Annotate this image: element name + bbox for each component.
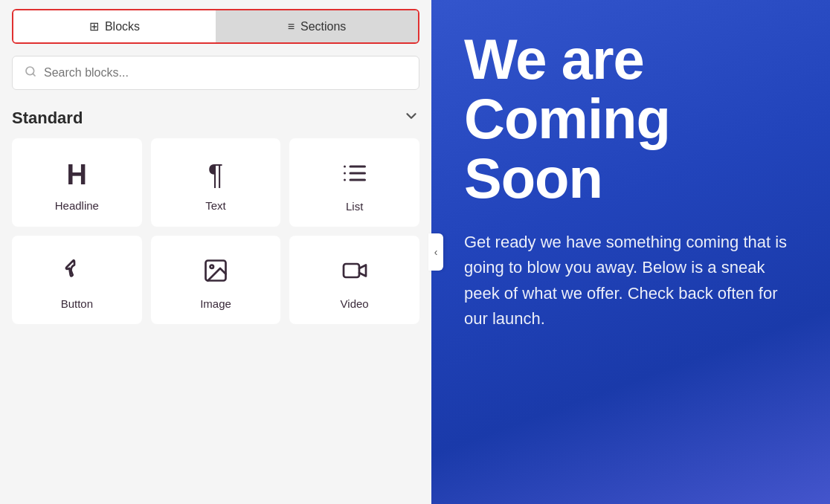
search-box — [12, 56, 419, 90]
preview-heading-line1: We are — [464, 28, 644, 91]
preview-body-text: Get ready we have something coming that … — [464, 230, 791, 331]
tab-blocks[interactable]: ⊞ Blocks — [13, 10, 216, 42]
collapse-panel-handle[interactable]: ‹ — [428, 233, 443, 271]
block-item-image[interactable]: Image — [151, 236, 281, 324]
block-item-list[interactable]: List — [289, 138, 419, 227]
list-icon — [341, 160, 368, 190]
block-item-button[interactable]: Button — [12, 236, 142, 324]
sections-tab-icon: ≡ — [288, 20, 295, 33]
preview-heading: We are Coming Soon — [464, 30, 800, 207]
standard-section-title: Standard — [12, 109, 83, 128]
button-label: Button — [61, 297, 93, 310]
collapse-icon: ‹ — [434, 246, 438, 258]
blocks-tab-label: Blocks — [105, 20, 140, 33]
text-icon: ¶ — [208, 161, 223, 189]
blocks-grid: H Headline ¶ Text — [12, 138, 419, 324]
block-item-video[interactable]: Video — [289, 236, 419, 324]
preview-panel: We are Coming Soon Get ready we have som… — [431, 0, 830, 504]
video-icon — [341, 257, 368, 287]
search-input[interactable] — [44, 66, 407, 80]
headline-icon: H — [67, 161, 87, 189]
standard-section-header: Standard — [12, 108, 419, 128]
sections-tab-label: Sections — [300, 20, 346, 33]
search-wrapper — [12, 56, 419, 90]
block-item-text[interactable]: ¶ Text — [151, 138, 281, 227]
svg-line-1 — [33, 74, 35, 76]
preview-heading-line2: Coming — [464, 87, 670, 150]
image-icon — [202, 257, 229, 287]
block-item-headline[interactable]: H Headline — [12, 138, 142, 227]
image-label: Image — [200, 297, 231, 310]
tabs-container: ⊞ Blocks ≡ Sections — [12, 9, 419, 44]
svg-point-9 — [210, 265, 213, 269]
video-label: Video — [341, 297, 369, 310]
blocks-tab-icon: ⊞ — [89, 19, 99, 33]
tab-sections[interactable]: ≡ Sections — [216, 10, 418, 42]
search-icon — [25, 65, 36, 80]
svg-rect-10 — [344, 264, 359, 277]
left-panel: ⊞ Blocks ≡ Sections Standard — [0, 0, 431, 504]
chevron-down-icon[interactable] — [403, 108, 419, 128]
list-label: List — [346, 200, 363, 213]
headline-label: Headline — [55, 199, 99, 212]
preview-heading-line3: Soon — [464, 146, 602, 210]
text-label: Text — [205, 199, 226, 212]
button-icon — [63, 257, 90, 287]
